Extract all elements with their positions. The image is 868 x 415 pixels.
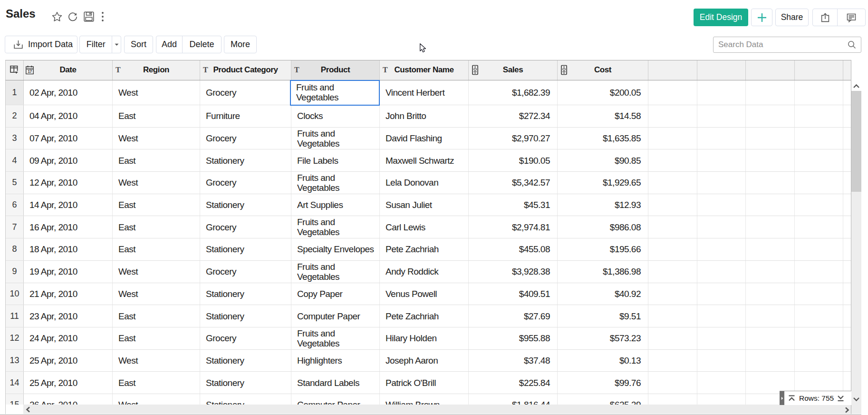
svg-text:17: 17 bbox=[28, 69, 32, 74]
